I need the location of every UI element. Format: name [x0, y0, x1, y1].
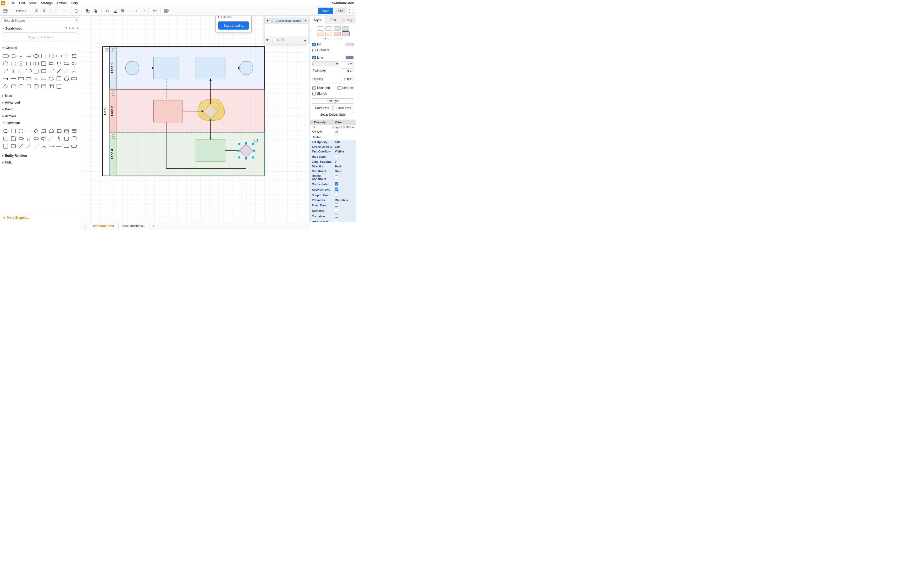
- exit-button[interactable]: Exit: [335, 8, 347, 14]
- shape-cell[interactable]: [40, 52, 47, 60]
- line-width-input[interactable]: [341, 61, 353, 66]
- shape-cell[interactable]: [70, 135, 78, 142]
- gradient-checkbox[interactable]: [312, 48, 316, 52]
- shape-cell[interactable]: [48, 52, 55, 60]
- shape-cell[interactable]: [2, 68, 9, 74]
- trash-icon[interactable]: 🗑: [266, 38, 269, 43]
- tab-text[interactable]: Text: [325, 16, 340, 24]
- property-row[interactable]: Hide Label: [310, 154, 356, 159]
- shape-cell[interactable]: [2, 142, 9, 150]
- save-button[interactable]: Save: [318, 8, 333, 14]
- style-swatch[interactable]: [342, 26, 349, 31]
- more-shapes-button[interactable]: +More Shapes...: [0, 213, 81, 222]
- property-checkbox[interactable]: [335, 135, 338, 138]
- insert-button[interactable]: +▾: [151, 8, 157, 14]
- shape-cell[interactable]: [48, 142, 55, 150]
- scratchpad-help-icon[interactable]: ?: [65, 27, 67, 30]
- search-shapes-input[interactable]: [2, 17, 79, 24]
- category-basic[interactable]: ▶Basic: [0, 106, 81, 113]
- menu-file[interactable]: File: [10, 1, 15, 5]
- property-checkbox[interactable]: [335, 187, 338, 191]
- shape-cell[interactable]: [10, 75, 17, 82]
- shape-cell[interactable]: [40, 128, 47, 134]
- shape-cell[interactable]: [10, 142, 17, 150]
- eye-icon[interactable]: 👁: [266, 19, 269, 22]
- shape-cell[interactable]: [17, 60, 24, 67]
- shape-cell[interactable]: [32, 52, 39, 60]
- shape-cell[interactable]: [63, 60, 70, 67]
- shape-cell[interactable]: [70, 68, 78, 74]
- view-mode-button[interactable]: ▾: [2, 8, 8, 14]
- page-menu-icon[interactable]: ⋮: [83, 223, 88, 229]
- shape-cell[interactable]: [55, 68, 62, 74]
- shape-cell[interactable]: [32, 142, 39, 150]
- shape-cell[interactable]: [40, 82, 47, 90]
- shape-cell[interactable]: [55, 135, 62, 142]
- delete-button[interactable]: [73, 8, 79, 14]
- set-default-style-button[interactable]: Set as Default Style: [312, 112, 354, 117]
- eye-icon[interactable]: 👁: [266, 16, 269, 16]
- lock-icon[interactable]: 🔒: [271, 19, 274, 23]
- shape-cell[interactable]: [70, 142, 78, 150]
- property-row[interactable]: Fill Opacity100: [310, 140, 356, 144]
- shape-cell[interactable]: [70, 128, 78, 134]
- line-style-select[interactable]: ───────: [312, 61, 339, 66]
- layer-row[interactable]: 👁 🔒 Clarification needed •: [264, 18, 308, 24]
- copy-style-button[interactable]: Copy Style: [312, 105, 332, 110]
- more-icon[interactable]: ⋮: [271, 38, 274, 43]
- menu-view[interactable]: View: [29, 1, 36, 5]
- property-row[interactable]: PerimeterRhombus: [310, 198, 356, 202]
- swatch-next-icon[interactable]: ›: [353, 29, 356, 32]
- line-color-picker[interactable]: [345, 56, 353, 60]
- shape-cell[interactable]: [32, 68, 39, 74]
- shape-cell[interactable]: [10, 135, 17, 142]
- shape-cell[interactable]: [25, 60, 32, 67]
- duplicate-icon[interactable]: ❐: [281, 38, 284, 43]
- layer-row[interactable]: 👁 🔒 Process: [264, 16, 308, 18]
- to-back-button[interactable]: [92, 8, 99, 14]
- redo-button[interactable]: ↷: [61, 8, 67, 14]
- property-row[interactable]: DirectionEast: [310, 164, 356, 169]
- property-row[interactable]: IDdNxyNK7c78bLw: [310, 125, 356, 129]
- scratchpad-edit-icon[interactable]: ✎: [72, 27, 75, 30]
- shape-cell[interactable]: [55, 128, 62, 134]
- shape-cell[interactable]: [48, 68, 55, 74]
- shape-cell[interactable]: [10, 68, 17, 74]
- property-row[interactable]: Snap to Point: [310, 192, 356, 198]
- category-entity-relation[interactable]: ▶Entity Relation: [0, 152, 81, 159]
- property-row[interactable]: Label Padding0: [310, 159, 356, 164]
- shape-cell[interactable]: [2, 82, 9, 90]
- page-tab[interactable]: swimlane-flow: [89, 223, 117, 229]
- zoom-out-button[interactable]: [41, 8, 48, 14]
- shape-cell[interactable]: [17, 68, 24, 74]
- shape-cell[interactable]: [25, 68, 32, 74]
- shape-cell[interactable]: [2, 60, 9, 67]
- brush-checkbox[interactable]: [218, 16, 222, 18]
- sketch-checkbox[interactable]: [312, 92, 316, 95]
- page-tab[interactable]: cross-functional-fl…: [118, 223, 150, 229]
- shape-cell[interactable]: [48, 75, 55, 82]
- property-row[interactable]: Double: [310, 134, 356, 140]
- shape-cell[interactable]: [48, 128, 55, 134]
- shape-cell[interactable]: [40, 68, 47, 74]
- property-row[interactable]: Text OverflowVisible: [310, 149, 356, 154]
- undo-button[interactable]: ↶: [53, 8, 60, 14]
- shape-cell[interactable]: [10, 82, 17, 90]
- property-checkbox[interactable]: [335, 209, 338, 212]
- perimeter-input[interactable]: [341, 68, 353, 73]
- start-drawing-button[interactable]: Start drawing: [218, 21, 249, 29]
- shape-cell[interactable]: [25, 142, 32, 150]
- property-row[interactable]: Rotate Constraint: [310, 173, 356, 181]
- zoom-in-button[interactable]: [34, 8, 40, 14]
- scratchpad-drop-area[interactable]: Drag elements here: [3, 32, 78, 42]
- table-button[interactable]: ▾: [163, 8, 169, 14]
- fill-color-picker[interactable]: [345, 43, 353, 46]
- shape-cell[interactable]: Text: [17, 52, 24, 60]
- paste-style-button[interactable]: Paste Style: [334, 105, 354, 110]
- shape-cell[interactable]: [10, 52, 17, 60]
- shape-cell[interactable]: [25, 75, 32, 82]
- shape-cell[interactable]: [63, 75, 70, 82]
- scratchpad-close-icon[interactable]: ✕: [76, 27, 79, 30]
- property-checkbox[interactable]: [335, 214, 338, 218]
- category-uml[interactable]: ▶UML: [0, 159, 81, 166]
